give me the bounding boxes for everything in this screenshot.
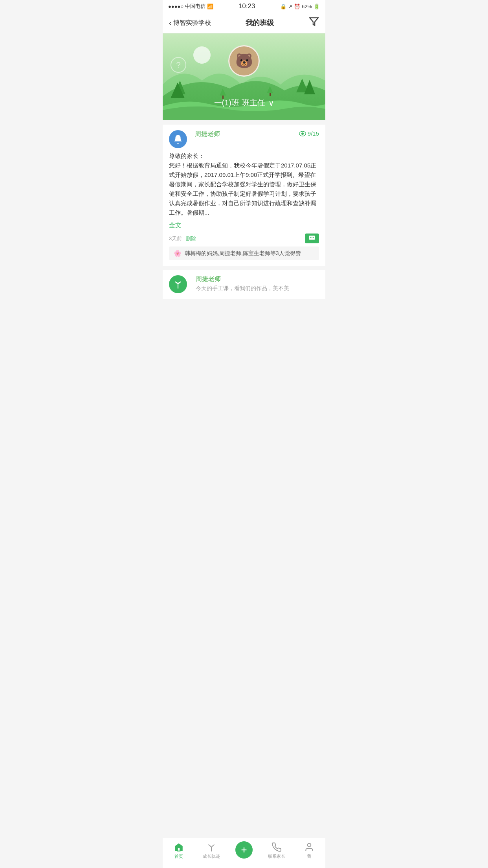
post-time-1: 3天前 [169, 235, 182, 242]
views-count: 9/15 [308, 130, 319, 137]
filter-icon [309, 17, 319, 27]
svg-marker-0 [310, 18, 318, 26]
post-views-1: 9/15 [299, 130, 319, 137]
svg-point-12 [302, 132, 304, 134]
location-icon: ↗ [288, 4, 292, 9]
views-icon [299, 131, 306, 136]
svg-point-2 [193, 46, 211, 64]
post-avatar-1 [169, 130, 187, 148]
feed: 周捷老师 9/15 尊敬的家长： 您好！根据教育局通知，我校今年暑假定于2017… [163, 120, 325, 299]
battery-icon: 🔋 [314, 4, 320, 9]
nav-bar: ‹ 博智实验学校 我的班级 [163, 13, 325, 33]
back-arrow-icon: ‹ [169, 18, 172, 28]
post-card-2: 周捷老师 今天的手工课，看我们的作品，美不美 [163, 270, 325, 299]
readmore-button-1[interactable]: 全文 [169, 221, 319, 230]
post-author-2[interactable]: 周捷老师 [196, 275, 319, 283]
back-button[interactable]: ‹ 博智实验学校 [169, 18, 211, 28]
status-time: 10:23 [238, 2, 255, 10]
comment-button-1[interactable] [305, 234, 319, 243]
post-likes-1: 🌸 韩梅梅的妈妈,周捷老师,陈宝生老师等3人觉得赞 [169, 246, 319, 260]
hero-content: 一(1)班 班主任 ∨ [163, 97, 325, 108]
post-avatar-2 [169, 275, 187, 293]
feed-container: 周捷老师 9/15 尊敬的家长： 您好！根据教育局通知，我校今年暑假定于2017… [163, 120, 325, 334]
avatar-emoji: 🐻 [235, 53, 253, 69]
plant-icon [173, 279, 183, 289]
question-icon[interactable]: ? [171, 57, 186, 73]
post-footer-1: 3天前 删除 [169, 234, 319, 243]
status-left: ●●●●○ 中国电信 📶 [168, 3, 213, 10]
post-text-1: 尊敬的家长： 您好！根据教育局通知，我校今年暑假定于2017.07.05正式开始… [169, 153, 316, 216]
battery-label: 62% [302, 4, 312, 9]
avatar[interactable]: 🐻 [228, 45, 260, 77]
svg-point-14 [310, 237, 311, 238]
wifi-icon: 📶 [207, 4, 213, 9]
like-icon-1: 🌸 [174, 250, 182, 257]
status-bar: ●●●●○ 中国电信 📶 10:23 🔒 ↗ ⏰ 62% 🔋 [163, 0, 325, 13]
svg-rect-10 [270, 93, 271, 96]
post-meta-1: 周捷老师 [195, 130, 299, 138]
post-card-1: 周捷老师 9/15 尊敬的家长： 您好！根据教育局通知，我校今年暑假定于2017… [163, 125, 325, 266]
class-selector[interactable]: 一(1)班 班主任 ∨ [163, 97, 325, 108]
post-body-1: 尊敬的家长： 您好！根据教育局通知，我校今年暑假定于2017.07.05正式开始… [169, 151, 319, 217]
class-name: 一(1)班 班主任 [214, 97, 265, 108]
carrier-label: 中国电信 [185, 3, 205, 10]
likes-text-1: 韩梅梅的妈妈,周捷老师,陈宝生老师等3人觉得赞 [185, 250, 301, 257]
dropdown-icon: ∨ [268, 98, 274, 108]
back-label: 博智实验学校 [173, 19, 211, 27]
delete-button-1[interactable]: 删除 [186, 235, 196, 242]
lock-icon: 🔒 [280, 4, 286, 9]
page-title: 我的班级 [211, 18, 309, 28]
post-content-2: 周捷老师 今天的手工课，看我们的作品，美不美 [196, 275, 319, 292]
status-right: 🔒 ↗ ⏰ 62% 🔋 [280, 4, 320, 9]
svg-point-15 [312, 237, 312, 238]
hero-banner: ? 🐻 一(1)班 班主任 ∨ [163, 33, 325, 120]
svg-point-16 [313, 237, 314, 238]
post-header-1: 周捷老师 9/15 [169, 130, 319, 148]
post-preview-2: 今天的手工课，看我们的作品，美不美 [196, 285, 319, 292]
alarm-icon: ⏰ [294, 4, 300, 9]
post-author-1[interactable]: 周捷老师 [195, 131, 220, 137]
signal-dots: ●●●●○ [168, 4, 183, 9]
bell-icon [173, 134, 183, 144]
filter-button[interactable] [309, 17, 319, 29]
comment-icon [308, 235, 316, 241]
